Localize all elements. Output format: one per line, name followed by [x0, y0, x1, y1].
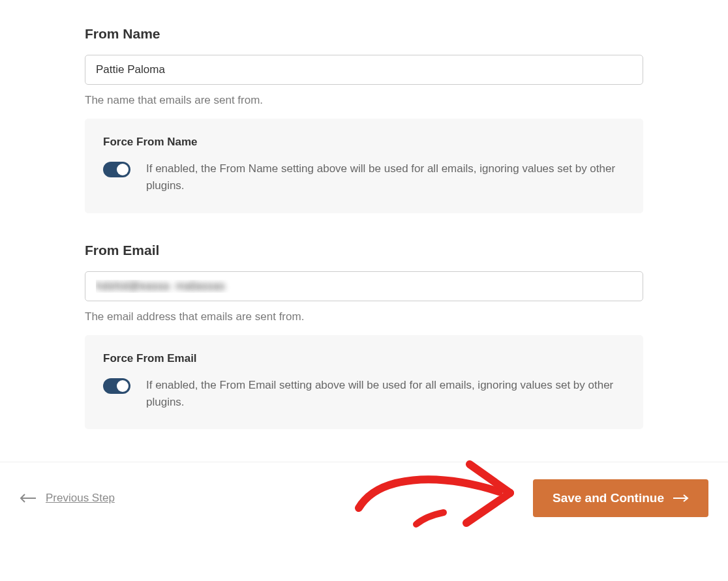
arrow-left-icon [20, 494, 37, 503]
from-name-help: The name that emails are sent from. [85, 94, 643, 107]
save-button-label: Save and Continue [553, 491, 664, 505]
force-from-name-description: If enabled, the From Name setting above … [146, 160, 625, 195]
force-from-name-panel: Force From Name If enabled, the From Nam… [85, 119, 643, 213]
force-from-email-description: If enabled, the From Email setting above… [146, 377, 625, 411]
previous-step-label: Previous Step [46, 492, 115, 505]
from-name-label: From Name [85, 26, 643, 42]
from-email-help: The email address that emails are sent f… [85, 310, 643, 323]
save-and-continue-button[interactable]: Save and Continue [533, 479, 708, 517]
annotation-arrow-icon [339, 453, 528, 531]
from-name-input[interactable] [85, 55, 643, 85]
previous-step-link[interactable]: Previous Step [20, 492, 115, 505]
force-from-name-toggle[interactable] [103, 162, 130, 177]
from-email-label: From Email [85, 243, 643, 258]
force-from-email-title: Force From Email [103, 352, 625, 365]
from-name-section: From Name The name that emails are sent … [85, 26, 643, 213]
arrow-right-icon [673, 494, 689, 502]
force-from-email-toggle[interactable] [103, 378, 130, 394]
from-email-input[interactable] [85, 271, 643, 301]
from-email-section: From Email The email address that emails… [85, 243, 643, 430]
wizard-footer: Previous Step Save and Continue [0, 462, 728, 531]
force-from-email-panel: Force From Email If enabled, the From Em… [85, 335, 643, 430]
force-from-name-title: Force From Name [103, 136, 625, 149]
